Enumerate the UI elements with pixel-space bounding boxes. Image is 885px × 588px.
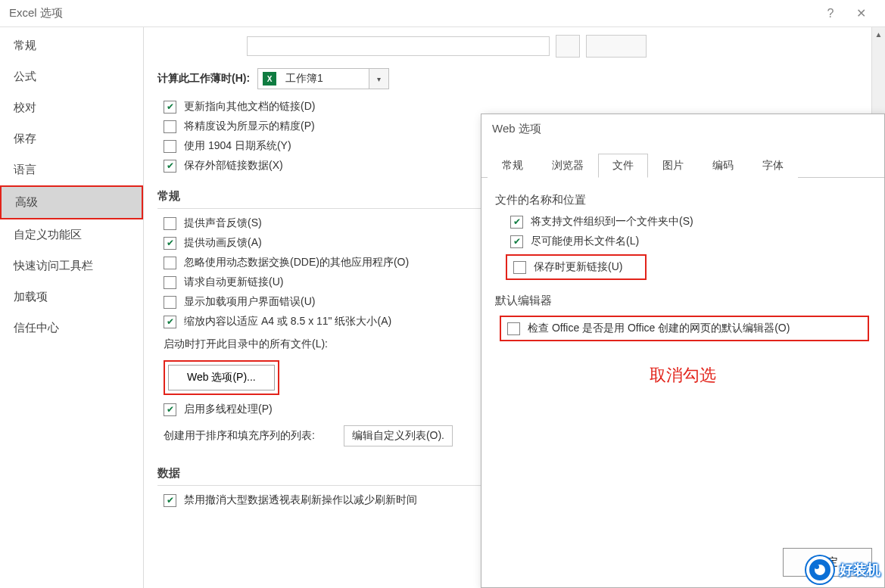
highlight-check-office: 检查 Office 是否是用 Office 创建的网页的默认编辑器(O) [500,316,869,341]
label-sound-feedback: 提供声音反馈(S) [184,216,262,230]
label-multithread: 启用多线程处理(P) [184,403,273,416]
web-options-dialog: Web 选项 常规 浏览器 文件 图片 编码 字体 文件的名称和位置 将支持文件… [481,114,885,588]
web-options-highlight: Web 选项(P)... [164,360,279,395]
workbook-calc-label: 计算此工作薄时(H): [157,72,250,86]
checkbox-long-filenames[interactable] [510,235,523,248]
label-update-on-save: 保存时更新链接(U) [534,260,622,274]
tab-general[interactable]: 常规 [488,154,538,178]
checkbox-update-on-save[interactable] [513,261,526,274]
label-organize-folder: 将支持文件组织到一个文件夹中(S) [531,215,693,229]
label-save-external: 保存外部链接数据(X) [184,159,283,173]
tab-fonts[interactable]: 字体 [748,154,798,178]
workbook-combo-value: 工作簿1 [281,72,369,86]
sidebar-item-quick-access[interactable]: 快速访问工具栏 [0,250,143,282]
excel-icon: X [263,72,276,86]
sidebar-item-addins[interactable]: 加载项 [0,282,143,313]
truncated-button-wide[interactable] [586,35,647,58]
sidebar-item-advanced[interactable]: 高级 [0,185,143,219]
label-ask-update: 请求自动更新链接(U) [184,275,283,289]
startup-files-label: 启动时打开此目录中的所有文件(L): [164,338,328,351]
window-title: Excel 选项 [9,6,63,20]
checkbox-ask-update[interactable] [164,276,176,289]
checkbox-anim-feedback[interactable] [164,237,176,250]
edit-custom-lists-button[interactable]: 编辑自定义列表(O). [344,425,453,446]
sidebar-item-formulas[interactable]: 公式 [0,61,143,92]
label-long-filenames: 尽可能使用长文件名(L) [531,235,639,248]
checkbox-sound-feedback[interactable] [164,217,176,230]
checkbox-addin-errors[interactable] [164,296,176,309]
checkbox-update-links[interactable] [164,101,176,114]
label-set-precision: 将精度设为所显示的精度(P) [184,120,315,133]
checkbox-scale-a4[interactable] [164,316,176,328]
tab-files[interactable]: 文件 [598,154,648,178]
group-file-names: 文件的名称和位置 [495,193,871,207]
group-default-editor: 默认编辑器 [495,294,871,308]
dialog-title: Web 选项 [481,114,884,144]
label-update-links: 更新指向其他文档的链接(D) [184,100,315,114]
checkbox-set-precision[interactable] [164,120,176,133]
watermark-text: 好装机 [840,561,880,579]
tab-browsers[interactable]: 浏览器 [538,154,598,178]
tab-encoding[interactable]: 编码 [698,154,748,178]
checkbox-multithread[interactable] [164,403,176,416]
highlight-update-on-save: 保存时更新链接(U) [506,254,647,280]
chevron-down-icon[interactable]: ▾ [369,69,388,89]
checkbox-save-external[interactable] [164,160,176,173]
checkbox-check-office-default[interactable] [507,322,520,335]
sidebar-item-trust-center[interactable]: 信任中心 [0,313,143,344]
label-check-office-default: 检查 Office 是否是用 Office 创建的网页的默认编辑器(O) [528,322,790,335]
tab-pictures[interactable]: 图片 [648,154,698,178]
label-anim-feedback: 提供动画反馈(A) [184,236,262,250]
titlebar: Excel 选项 ? ✕ [0,0,885,27]
checkbox-ignore-dde[interactable] [164,257,176,269]
truncated-top-controls [157,35,871,58]
workbook-combo[interactable]: X 工作簿1 ▾ [257,68,389,89]
checkbox-organize-folder[interactable] [510,216,523,229]
label-ignore-dde: 忽略使用动态数据交换(DDE)的其他应用程序(O) [184,256,409,269]
checkbox-use-1904[interactable] [164,140,176,153]
sidebar-item-save[interactable]: 保存 [0,123,143,154]
sort-lists-label: 创建用于排序和填充序列的列表: [164,429,315,443]
watermark: 好装机 [806,556,880,583]
sidebar: 常规 公式 校对 保存 语言 高级 自定义功能区 快速访问工具栏 加载项 信任中… [0,27,144,588]
label-undo-pivot: 禁用撤消大型数据透视表刷新操作以减少刷新时间 [184,493,417,507]
sidebar-item-general[interactable]: 常规 [0,30,143,61]
tabstrip: 常规 浏览器 文件 图片 编码 字体 [481,144,884,178]
help-icon[interactable]: ? [815,0,846,27]
label-addin-errors: 显示加载项用户界面错误(U) [184,295,315,309]
label-use-1904: 使用 1904 日期系统(Y) [184,139,291,153]
sidebar-item-language[interactable]: 语言 [0,154,143,185]
watermark-icon [806,556,834,583]
scroll-up-icon[interactable]: ▲ [872,27,885,41]
sidebar-item-proofing[interactable]: 校对 [0,92,143,123]
annotation-text: 取消勾选 [495,364,871,387]
web-options-button[interactable]: Web 选项(P)... [168,365,275,390]
label-scale-a4: 缩放内容以适应 A4 或 8.5 x 11" 纸张大小(A) [184,315,391,328]
truncated-button[interactable] [556,35,580,58]
checkbox-undffo-pivot[interactable] [164,494,176,507]
truncated-input[interactable] [247,36,550,56]
sidebar-item-customize-ribbon[interactable]: 自定义功能区 [0,219,143,250]
close-icon[interactable]: ✕ [846,0,876,27]
